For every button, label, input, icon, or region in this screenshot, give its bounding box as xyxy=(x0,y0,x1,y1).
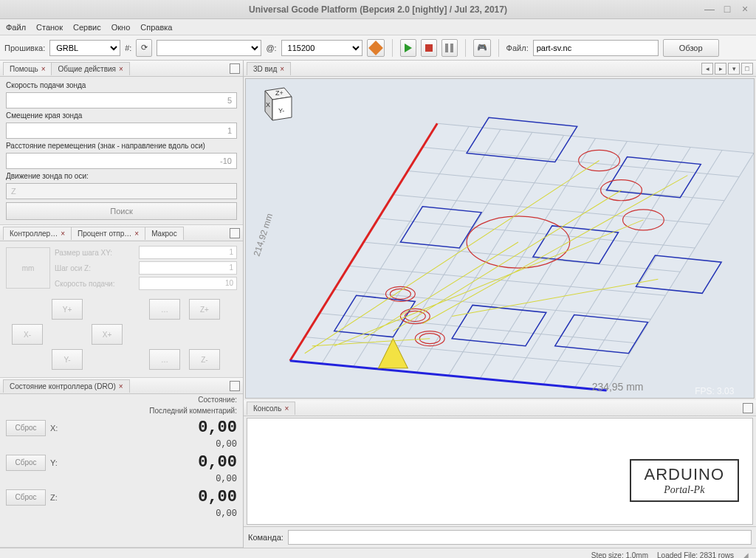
nav-dropdown-icon[interactable]: ▾ xyxy=(728,63,740,75)
dro-x-work: 0,00 xyxy=(65,418,237,437)
tab-percent[interactable]: Процент отпр…× xyxy=(71,227,145,240)
refresh-icon: ⟳ xyxy=(141,43,148,52)
jog-y-minus[interactable]: Y- xyxy=(52,349,83,370)
jog-extra[interactable]: … xyxy=(149,299,180,320)
step-xy-input[interactable]: 1 xyxy=(139,246,237,259)
tab-dro[interactable]: Состояние контроллера (DRO)× xyxy=(3,379,130,393)
port-select[interactable] xyxy=(157,40,261,56)
tab-macro[interactable]: Макрос xyxy=(145,227,184,240)
firmware-select[interactable]: GRBL xyxy=(49,40,120,56)
browse-button[interactable]: Обзор xyxy=(663,39,719,57)
tab-console[interactable]: Консоль× xyxy=(247,402,295,415)
menu-machine[interactable]: Станок xyxy=(36,23,63,32)
command-input[interactable] xyxy=(288,530,752,545)
console-output[interactable]: ARDUINO Portal-Pk xyxy=(247,418,753,525)
close-icon[interactable]: × xyxy=(284,404,289,413)
jog-y-plus[interactable]: Y+ xyxy=(52,299,83,320)
toolpath-render: 234,95 mm 214,92 mm FPS: 3.03 xyxy=(246,79,754,398)
status-step: Step size: 1.0mm xyxy=(591,551,648,558)
step-xy-label: Размер шага XY: xyxy=(55,249,136,257)
window-title: Universal Gcode Platform (Версия 2.0 [ni… xyxy=(249,4,507,15)
jog-feed-input[interactable]: 10 xyxy=(139,277,237,290)
3d-viewport[interactable]: 234,95 mm 214,92 mm FPS: 3.03 Z+ X Y- xyxy=(245,78,755,399)
jog-spacer xyxy=(189,324,220,345)
jog-spacer xyxy=(149,324,180,345)
separator xyxy=(465,39,466,57)
baud-label: @: xyxy=(266,44,276,52)
panel-toggle-icon[interactable] xyxy=(743,403,753,413)
toolbar: Прошивка: GRBL #: ⟳ @: 115200 🎮 Файл: Об… xyxy=(0,35,756,61)
tab-help[interactable]: Помощь× xyxy=(3,62,52,75)
resize-grip-icon[interactable]: ◢ xyxy=(743,551,749,558)
close-icon[interactable]: × xyxy=(119,382,123,390)
tab-3d-view[interactable]: 3D вид× xyxy=(247,62,291,75)
panel-toggle-icon[interactable] xyxy=(230,63,240,74)
minimize-icon[interactable]: — xyxy=(703,2,716,16)
close-icon[interactable]: × xyxy=(280,65,284,73)
play-button[interactable] xyxy=(400,39,416,57)
dro-z-work: 0,00 xyxy=(65,488,237,506)
jog-z-plus[interactable]: Z+ xyxy=(189,299,220,320)
probe-feed-input[interactable]: 5 xyxy=(6,92,237,108)
pause-icon xyxy=(445,44,453,52)
close-icon[interactable]: × xyxy=(134,230,139,238)
maximize-icon[interactable]: □ xyxy=(721,2,734,16)
close-icon[interactable]: × xyxy=(41,65,46,73)
close-icon[interactable]: × xyxy=(61,230,65,238)
menu-window[interactable]: Окно xyxy=(111,23,131,32)
panel-toggle-icon[interactable]: □ xyxy=(741,63,753,75)
separator xyxy=(498,39,499,57)
jog-z-minus[interactable]: Z- xyxy=(189,349,220,370)
panel-toggle-icon[interactable] xyxy=(230,228,240,238)
axis-y-label: Y: xyxy=(50,458,61,467)
file-label: Файл: xyxy=(506,44,529,52)
menu-service[interactable]: Сервис xyxy=(73,23,101,32)
panel-toggle-icon[interactable] xyxy=(230,381,240,391)
orientation-cube[interactable]: Z+ X Y- xyxy=(250,83,296,129)
jog-x-plus[interactable]: X+ xyxy=(92,324,123,345)
close-icon[interactable]: × xyxy=(738,2,752,16)
reset-z-button[interactable]: Сброс xyxy=(6,489,46,506)
dro-x-machine: 0,00 xyxy=(0,439,243,451)
refresh-button[interactable]: ⟳ xyxy=(136,39,152,57)
separator xyxy=(392,39,393,57)
connect-icon xyxy=(368,41,383,55)
menu-file[interactable]: Файл xyxy=(6,23,26,32)
dro-z-machine: 0,00 xyxy=(0,509,243,520)
jog-x-minus[interactable]: X- xyxy=(12,324,43,345)
jog-extra[interactable]: … xyxy=(149,349,180,370)
baud-select[interactable]: 115200 xyxy=(281,40,362,56)
left-panel: Помощь× Общие действия× Скорость подачи … xyxy=(0,61,244,548)
jog-spacer xyxy=(12,299,43,320)
tab-controller[interactable]: Контроллер…× xyxy=(3,227,72,240)
connect-button[interactable] xyxy=(367,39,385,57)
pause-button[interactable] xyxy=(441,39,458,57)
pendant-button[interactable]: 🎮 xyxy=(473,39,491,57)
step-z-input[interactable]: 1 xyxy=(139,261,237,275)
jog-spacer xyxy=(52,324,83,345)
titlebar: Universal Gcode Platform (Версия 2.0 [ni… xyxy=(0,0,756,19)
probe-feed-label: Скорость подачи зонда xyxy=(6,81,237,89)
tab-common-actions[interactable]: Общие действия× xyxy=(51,62,129,75)
jog-spacer xyxy=(92,349,123,370)
menu-help[interactable]: Справка xyxy=(140,23,172,32)
stop-icon xyxy=(425,44,433,52)
file-field[interactable] xyxy=(533,40,659,56)
reset-x-button[interactable]: Сброс xyxy=(6,420,46,436)
stop-button[interactable] xyxy=(421,39,437,57)
close-icon[interactable]: × xyxy=(119,65,123,73)
probe-axis-select[interactable]: Z xyxy=(6,183,237,199)
statusbar: Step size: 1.0mm Loaded File: 2831 rows … xyxy=(0,548,756,558)
probe-search-button[interactable]: Поиск xyxy=(6,202,237,220)
probe-distance-input[interactable]: -10 xyxy=(6,153,237,169)
gamepad-icon: 🎮 xyxy=(477,43,487,52)
status-loaded: Loaded File: 2831 rows xyxy=(657,551,734,558)
probe-offset-input[interactable]: 1 xyxy=(6,123,237,139)
svg-text:Z+: Z+ xyxy=(275,89,284,97)
nav-right-icon[interactable]: ▸ xyxy=(715,63,726,75)
reset-y-button[interactable]: Сброс xyxy=(6,455,46,471)
axis-z-label: Z: xyxy=(50,493,61,502)
unit-toggle[interactable]: mm xyxy=(6,247,50,289)
svg-text:Y-: Y- xyxy=(278,107,284,114)
nav-left-icon[interactable]: ◂ xyxy=(701,63,713,75)
